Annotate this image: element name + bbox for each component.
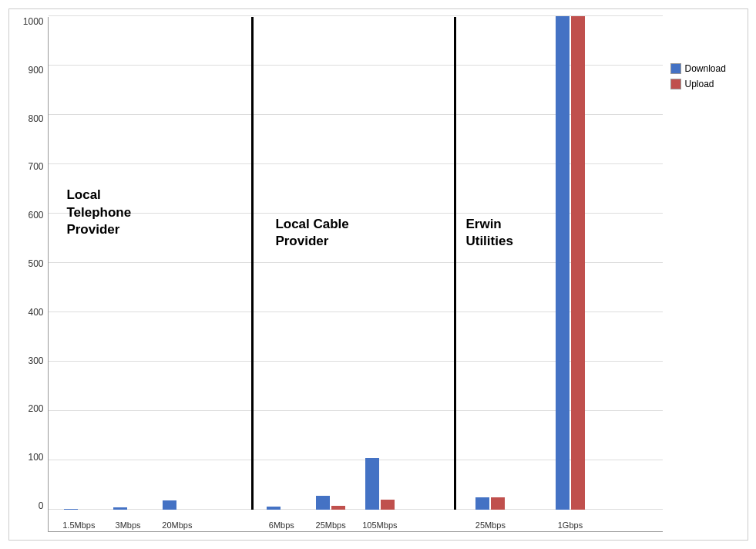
- x-axis-label: 6Mbps: [269, 520, 294, 530]
- x-axis-label: 25Mbps: [475, 520, 506, 530]
- bar-upload: [331, 506, 345, 510]
- y-axis-label: 300: [28, 356, 43, 365]
- divider-line: [251, 17, 254, 510]
- y-axis-label: 800: [28, 114, 43, 123]
- y-axis-label: 500: [28, 259, 43, 268]
- legend-item: Upload: [670, 79, 740, 89]
- bar-download: [475, 497, 489, 510]
- x-axis-label: 1.5Mbps: [62, 520, 95, 530]
- y-axis-label: 200: [28, 404, 43, 413]
- y-axis-label: 700: [28, 162, 43, 171]
- bar-download: [113, 507, 127, 510]
- x-axis-label: 25Mbps: [316, 520, 346, 530]
- bar-group: [113, 507, 127, 510]
- bar-download: [365, 458, 379, 510]
- bar-download: [163, 500, 176, 510]
- chart-wrapper: 01002003004005006007008009001000 1.5Mbps…: [8, 8, 748, 541]
- bar-upload: [381, 500, 395, 510]
- bar-download: [556, 16, 570, 510]
- chart-area: 01002003004005006007008009001000 1.5Mbps…: [17, 17, 663, 532]
- bar-download: [316, 496, 330, 510]
- bar-group: [64, 509, 78, 510]
- legend-color-box: [670, 79, 681, 89]
- provider-label: ErwinUtilities: [465, 216, 512, 250]
- x-axis-label: 1Gbps: [558, 520, 583, 530]
- y-axis-label: 0: [39, 501, 44, 510]
- bar-group: [365, 458, 395, 510]
- y-axis-label: 100: [28, 453, 43, 462]
- legend-label: Download: [685, 63, 726, 74]
- bar-download: [267, 507, 281, 510]
- y-axis: 01002003004005006007008009001000: [17, 17, 48, 532]
- bar-group: [475, 497, 505, 510]
- y-axis-label: 400: [28, 308, 43, 317]
- x-axis-label: 3Mbps: [116, 520, 141, 530]
- bar-group: [316, 496, 345, 510]
- provider-label: Local CableProvider: [275, 216, 348, 250]
- bar-group: [163, 500, 176, 510]
- legend: DownloadUpload: [663, 17, 740, 532]
- bar-group: [556, 16, 585, 510]
- provider-label: LocalTelephoneProvider: [66, 187, 131, 237]
- chart-body: 01002003004005006007008009001000 1.5Mbps…: [17, 17, 663, 532]
- y-axis-label: 600: [28, 211, 43, 220]
- bar-group: [267, 507, 281, 510]
- legend-label: Upload: [685, 79, 714, 89]
- bar-download: [64, 509, 78, 510]
- legend-color-box: [670, 63, 681, 74]
- bar-upload: [571, 16, 585, 510]
- x-axis-label: 20Mbps: [162, 520, 192, 530]
- plot-container: 1.5Mbps3Mbps20Mbps6Mbps25Mbps105Mbps25Mb…: [48, 17, 663, 532]
- legend-item: Download: [670, 63, 740, 74]
- bar-upload: [491, 497, 505, 510]
- x-axis-label: 105Mbps: [362, 520, 397, 530]
- y-axis-label: 900: [28, 66, 43, 75]
- y-axis-label: 1000: [23, 17, 44, 26]
- divider-line: [454, 17, 456, 510]
